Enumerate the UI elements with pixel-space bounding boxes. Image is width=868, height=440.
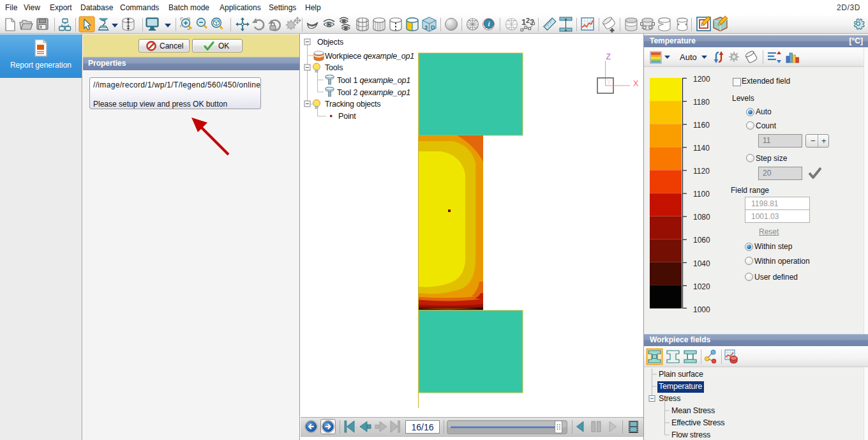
svg-text:16/16: 16/16 bbox=[411, 422, 433, 432]
svg-text:Auto: Auto bbox=[680, 52, 697, 62]
svg-text:Y: Y bbox=[607, 78, 612, 86]
svg-text:3: 3 bbox=[424, 24, 428, 31]
svg-text:X: X bbox=[633, 79, 639, 88]
svg-text:Z: Z bbox=[606, 52, 611, 61]
svg-text:D: D bbox=[431, 24, 435, 31]
